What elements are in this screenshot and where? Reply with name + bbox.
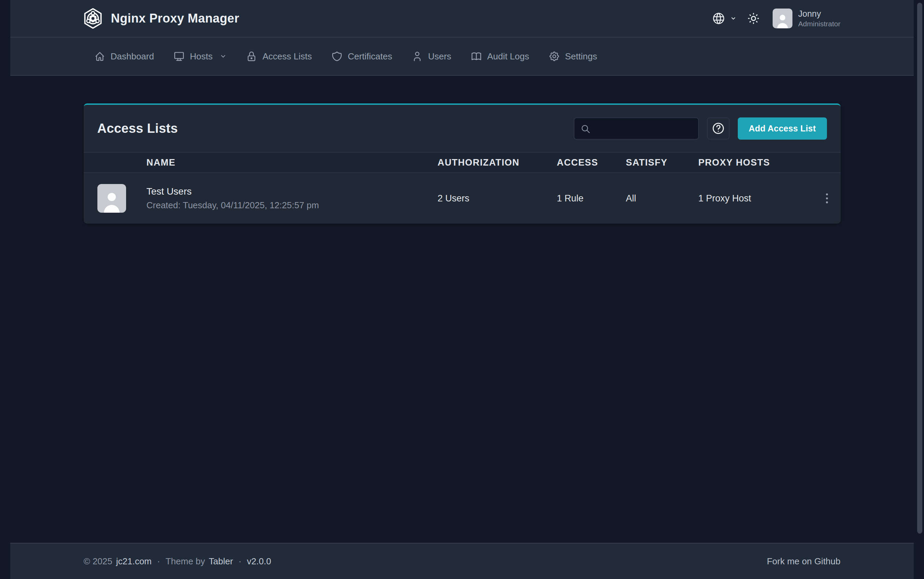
nav-label: Hosts — [190, 51, 213, 62]
kebab-menu-icon — [820, 191, 834, 206]
user-avatar[interactable] — [773, 8, 793, 28]
row-avatar — [97, 184, 126, 213]
column-access: ACCESS — [557, 157, 626, 168]
npm-logo-icon — [84, 8, 102, 29]
column-authorization: AUTHORIZATION — [438, 157, 557, 168]
monitor-icon — [173, 51, 185, 62]
user-role: Administrator — [798, 20, 840, 28]
person-silhouette-icon — [774, 11, 791, 28]
nav-item-certificates[interactable]: Certificates — [322, 38, 402, 75]
book-icon — [471, 51, 482, 62]
person-silhouette-icon — [99, 187, 125, 213]
nav-item-dashboard[interactable]: Dashboard — [84, 38, 164, 75]
copyright-text: © 2025 — [84, 556, 112, 567]
app-title: Nginx Proxy Manager — [111, 11, 240, 26]
nav-item-hosts[interactable]: Hosts — [164, 38, 236, 75]
user-icon — [412, 51, 423, 62]
theme-by-text: Theme by — [166, 556, 205, 567]
shield-icon — [331, 51, 343, 62]
row-satisfy: All — [626, 193, 699, 204]
scrollbar-thumb[interactable] — [917, 3, 922, 533]
table-header: NAME AUTHORIZATION ACCESS SATISFY PROXY … — [84, 152, 840, 173]
footer-separator: · — [238, 556, 241, 567]
theme-toggle-button[interactable] — [747, 11, 760, 25]
help-button[interactable] — [707, 118, 730, 140]
access-list-name: Test Users — [147, 186, 438, 197]
nav-label: Settings — [565, 51, 597, 62]
version-link[interactable]: v2.0.0 — [247, 556, 271, 567]
access-lists-card: Access Lists Add Acce — [84, 103, 840, 224]
tabler-link[interactable]: Tabler — [209, 556, 233, 567]
nav-item-access-lists[interactable]: Access Lists — [236, 38, 322, 75]
help-circle-icon — [711, 121, 725, 136]
nav-item-users[interactable]: Users — [402, 38, 461, 75]
header-panel: Nginx Proxy Manager — [10, 0, 914, 76]
column-proxy-hosts: PROXY HOSTS — [699, 157, 813, 168]
row-proxy-hosts: 1 Proxy Host — [699, 193, 813, 204]
chevron-down-icon — [730, 15, 736, 21]
nav-label: Users — [428, 51, 451, 62]
column-satisfy: SATISFY — [626, 157, 699, 168]
access-list-created: Created: Tuesday, 04/11/2025, 12:25:57 p… — [147, 200, 438, 211]
footer: © 2025 jc21.com · Theme by Tabler · v2.0… — [10, 543, 914, 579]
footer-separator: · — [157, 556, 160, 567]
table-row[interactable]: Test Users Created: Tuesday, 04/11/2025,… — [84, 173, 840, 224]
nav-label: Dashboard — [111, 51, 154, 62]
add-access-list-button[interactable]: Add Access List — [738, 118, 827, 140]
user-info[interactable]: Jonny Administrator — [798, 8, 840, 28]
row-actions-button[interactable] — [813, 191, 840, 206]
row-avatar-cell — [84, 184, 147, 213]
brand[interactable]: Nginx Proxy Manager — [84, 8, 240, 29]
nav-label: Certificates — [348, 51, 392, 62]
column-name: NAME — [147, 157, 438, 168]
scrollbar-track — [916, 0, 924, 579]
user-name: Jonny — [798, 8, 840, 19]
gear-icon — [548, 51, 560, 62]
main-nav: Dashboard Hosts Access Lists — [10, 38, 914, 76]
home-icon — [94, 51, 106, 62]
app-screen: Nginx Proxy Manager — [0, 0, 924, 579]
row-access: 1 Rule — [557, 193, 626, 204]
nav-label: Audit Logs — [487, 51, 529, 62]
page-title: Access Lists — [97, 121, 178, 136]
nav-item-settings[interactable]: Settings — [539, 38, 607, 75]
chevron-down-icon — [220, 53, 226, 60]
card-header: Access Lists Add Acce — [84, 105, 840, 152]
nav-label: Access Lists — [263, 51, 312, 62]
github-link[interactable]: Fork me on Github — [767, 556, 840, 567]
lock-icon — [246, 51, 257, 62]
footer-credits: © 2025 jc21.com · Theme by Tabler · v2.0… — [84, 556, 271, 567]
row-name-cell: Test Users Created: Tuesday, 04/11/2025,… — [147, 186, 438, 211]
globe-icon — [712, 11, 725, 25]
topbar: Nginx Proxy Manager — [10, 0, 914, 38]
row-authorization: 2 Users — [438, 193, 557, 204]
nav-item-audit-logs[interactable]: Audit Logs — [461, 38, 539, 75]
search-icon — [581, 124, 591, 134]
sun-icon — [747, 11, 760, 25]
main-content: Access Lists Add Acce — [0, 76, 924, 543]
jc21-link[interactable]: jc21.com — [116, 556, 152, 567]
search-box — [574, 118, 699, 140]
language-menu-button[interactable] — [712, 11, 736, 25]
search-input[interactable] — [574, 118, 698, 139]
